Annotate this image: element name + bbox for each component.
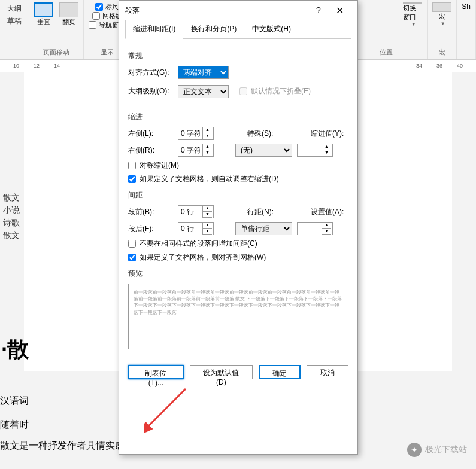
- indent-value-spinner[interactable]: ▲▼: [297, 144, 333, 157]
- set-value-label: 设置值(A):: [311, 207, 347, 217]
- snap-grid-checkbox[interactable]: [128, 254, 136, 261]
- preview-box: 前一段落前一段落前一段落前一段落前一段落前一段落前一段落前一段落前一段落前一段落…: [128, 284, 348, 349]
- set-value-spinner[interactable]: ▲▼: [297, 222, 333, 235]
- pagemove-group-label: 页面移动: [43, 48, 69, 57]
- ribbon-group-macro: 宏 ▼ 宏: [428, 0, 457, 59]
- right-indent-input[interactable]: [178, 144, 202, 156]
- tab-line-page[interactable]: 换行和分页(P): [183, 20, 244, 38]
- alignment-select[interactable]: 两端对齐: [178, 66, 229, 79]
- outline-sidebar: 散文 小说 诗歌 散文: [3, 191, 20, 242]
- auto-adjust-label: 如果定义了文档网格，则自动调整右缩进(D): [140, 174, 279, 184]
- draft-view[interactable]: 草稿: [5, 15, 24, 28]
- auto-adjust-checkbox-row[interactable]: 如果定义了文档网格，则自动调整右缩进(D): [128, 174, 348, 184]
- outline-level-label: 大纲级别(O):: [128, 86, 173, 96]
- ruler-mark: 36: [436, 63, 442, 69]
- vertical-button[interactable]: 垂直: [34, 2, 53, 26]
- spinner-down[interactable]: ▼: [203, 229, 212, 234]
- doc-body-2: 随着时: [0, 419, 29, 431]
- macro-button[interactable]: 宏 ▼: [432, 2, 451, 26]
- ribbon-group-views: 大纲 草稿: [0, 0, 29, 59]
- mirror-indent-label: 对称缩进(M): [140, 160, 179, 170]
- spinner-down[interactable]: ▼: [203, 212, 212, 218]
- left-indent-spinner[interactable]: ▲▼: [178, 127, 214, 140]
- mirror-indent-checkbox[interactable]: [128, 162, 136, 169]
- before-input[interactable]: [178, 206, 202, 218]
- line-spacing-select[interactable]: 单倍行距: [235, 222, 292, 235]
- gridlines-checkbox[interactable]: 网格线: [92, 11, 122, 20]
- outline-item[interactable]: 散文: [3, 229, 20, 242]
- flip-icon: [59, 2, 78, 17]
- watermark-icon: ✦: [407, 443, 422, 457]
- spinner-down[interactable]: ▼: [203, 150, 212, 156]
- ribbon-group-position: 位置: [375, 0, 398, 59]
- left-indent-label: 左侧(L):: [128, 129, 173, 139]
- right-indent-spinner[interactable]: ▲▼: [178, 144, 214, 157]
- no-same-style-label: 不要在相同样式的段落间增加间距(C): [140, 239, 257, 249]
- ruler-mark: 12: [34, 63, 40, 69]
- ruler-mark: 40: [457, 63, 463, 69]
- set-default-button[interactable]: 设为默认值(D): [190, 365, 253, 379]
- spinner-up[interactable]: ▲: [203, 127, 212, 133]
- dialog-tabs: 缩进和间距(I) 换行和分页(P) 中文版式(H): [125, 20, 351, 39]
- snap-grid-checkbox-row[interactable]: 如果定义了文档网格，则对齐到网格(W): [128, 252, 348, 263]
- spinner-down[interactable]: ▼: [322, 229, 331, 234]
- alignment-label: 对齐方式(G):: [128, 68, 173, 78]
- outline-item[interactable]: 散文: [3, 191, 20, 204]
- display-group-label: 显示: [101, 48, 114, 57]
- mirror-indent-checkbox-row[interactable]: 对称缩进(M): [128, 160, 348, 170]
- switch-window-label: 切换窗口: [403, 4, 422, 22]
- auto-adjust-checkbox[interactable]: [128, 175, 136, 183]
- chevron-down-icon: ▼: [441, 21, 445, 26]
- dialog-close-button[interactable]: ✕: [328, 1, 351, 20]
- tabs-button[interactable]: 制表位(T)...: [128, 365, 184, 379]
- dialog-help-button[interactable]: ?: [310, 5, 328, 15]
- section-general: 常规: [128, 51, 348, 61]
- indent-value-input[interactable]: [298, 144, 322, 156]
- special-select[interactable]: (无): [235, 144, 292, 157]
- after-input[interactable]: [178, 223, 202, 234]
- dialog-titlebar[interactable]: 段落 ? ✕: [119, 1, 357, 20]
- after-spinner[interactable]: ▲▼: [178, 222, 214, 235]
- ok-button[interactable]: 确定: [259, 365, 301, 379]
- spinner-up[interactable]: ▲: [322, 223, 331, 229]
- collapse-checkbox: [239, 87, 247, 95]
- section-indent: 缩进: [128, 112, 348, 122]
- paragraph-dialog: 段落 ? ✕ 缩进和间距(I) 换行和分页(P) 中文版式(H) 常规 对齐方式…: [119, 0, 358, 455]
- spinner-up[interactable]: ▲: [203, 223, 212, 229]
- sh-label: Sh: [462, 2, 471, 11]
- no-same-style-checkbox-row[interactable]: 不要在相同样式的段落间增加间距(C): [128, 239, 348, 249]
- position-label: 位置: [380, 48, 393, 57]
- tab-indent-spacing[interactable]: 缩进和间距(I): [125, 20, 183, 39]
- doc-heading: ·散: [1, 335, 29, 364]
- tab-chinese[interactable]: 中文版式(H): [244, 20, 299, 38]
- watermark-text: 极光下载站: [425, 444, 467, 455]
- before-spinner[interactable]: ▲▼: [178, 205, 214, 218]
- ruler-mark: 10: [13, 63, 19, 69]
- set-value-input[interactable]: [298, 223, 322, 234]
- outline-view[interactable]: 大纲: [5, 2, 24, 15]
- vertical-label: 垂直: [37, 17, 50, 26]
- outline-item[interactable]: 诗歌: [3, 217, 20, 229]
- spinner-up[interactable]: ▲: [322, 144, 331, 150]
- left-indent-input[interactable]: [178, 127, 202, 139]
- ruler-mark: 14: [54, 63, 60, 69]
- spinner-up[interactable]: ▲: [203, 206, 212, 212]
- flip-button[interactable]: 翻页: [59, 2, 78, 26]
- dialog-title-text: 段落: [125, 5, 310, 16]
- macro-label: 宏: [439, 12, 445, 21]
- right-indent-label: 右侧(R):: [128, 145, 173, 156]
- spinner-up[interactable]: ▲: [203, 144, 212, 150]
- ruler-checkbox[interactable]: 标尺: [95, 2, 119, 11]
- outline-level-select[interactable]: 正文文本: [178, 85, 229, 98]
- after-label: 段后(F):: [128, 224, 173, 234]
- special-label: 特殊(S):: [247, 129, 277, 139]
- collapse-label: 默认情况下折叠(E): [251, 86, 311, 96]
- ribbon-group-pagemove: 垂直 翻页 页面移动: [29, 0, 84, 59]
- spinner-down[interactable]: ▼: [322, 150, 331, 156]
- switch-window-button[interactable]: 切换窗口 ▼: [403, 2, 422, 26]
- cancel-button[interactable]: 取消: [307, 365, 348, 379]
- spinner-down[interactable]: ▼: [203, 133, 212, 139]
- no-same-style-checkbox[interactable]: [128, 240, 136, 248]
- snap-grid-label: 如果定义了文档网格，则对齐到网格(W): [140, 252, 266, 263]
- outline-item[interactable]: 小说: [3, 204, 20, 217]
